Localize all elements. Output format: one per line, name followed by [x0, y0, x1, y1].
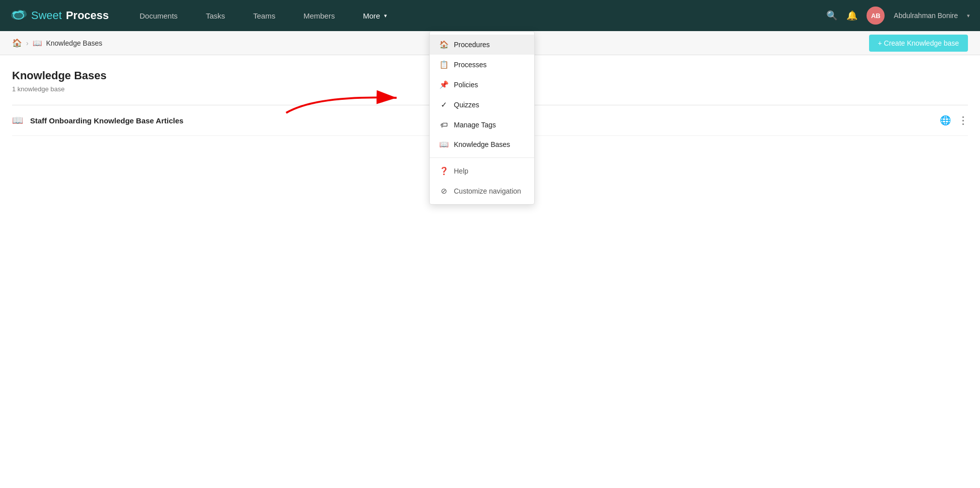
- home-breadcrumb-icon[interactable]: 🏠: [12, 38, 22, 48]
- user-menu-chevron-icon[interactable]: ▾: [967, 13, 970, 19]
- procedures-label: Procedures: [454, 41, 490, 49]
- more-dropdown-menu: 🏠 Procedures 📋 Processes 📌 Policies ✓ Qu…: [429, 31, 535, 150]
- breadcrumb-knowledge-bases: Knowledge Bases: [46, 39, 102, 47]
- nav-tasks[interactable]: Tasks: [192, 0, 239, 31]
- top-navigation: SweetProcess Documents Tasks Teams Membe…: [0, 0, 980, 31]
- create-knowledge-base-button[interactable]: + Create Knowledge base: [869, 35, 968, 52]
- manage-tags-label: Manage Tags: [454, 121, 496, 129]
- nav-links: Documents Tasks Teams Members More ▾: [126, 0, 826, 31]
- nav-members[interactable]: Members: [289, 0, 349, 31]
- search-button[interactable]: 🔍: [826, 10, 837, 21]
- nav-documents[interactable]: Documents: [126, 0, 192, 31]
- dropdown-quizzes[interactable]: ✓ Quizzes: [430, 95, 534, 115]
- manage-tags-icon: 🏷: [439, 120, 449, 129]
- bell-icon: 🔔: [846, 10, 858, 21]
- procedures-icon: 🏠: [439, 40, 449, 49]
- policies-icon: 📌: [439, 80, 449, 89]
- nav-more[interactable]: More ▾: [349, 0, 401, 31]
- notifications-button[interactable]: 🔔: [846, 10, 858, 21]
- dropdown-processes[interactable]: 📋 Processes: [430, 55, 534, 75]
- breadcrumb: 🏠 › 📖 Knowledge Bases: [12, 38, 102, 48]
- processes-label: Processes: [454, 61, 486, 69]
- logo-icon: [10, 9, 27, 23]
- dropdown-manage-tags[interactable]: 🏷 Manage Tags: [430, 115, 534, 134]
- logo-sweet-text: Sweet: [31, 9, 62, 22]
- more-chevron-icon: ▾: [384, 13, 387, 19]
- kb-item-icon: 📖: [12, 115, 24, 126]
- processes-icon: 📋: [439, 60, 449, 69]
- dropdown-knowledge-bases[interactable]: 📖 Knowledge Bases: [430, 134, 534, 150]
- kb-row-actions: 🌐 ⋮: [940, 114, 968, 126]
- globe-icon[interactable]: 🌐: [940, 115, 951, 126]
- breadcrumb-separator: ›: [26, 39, 29, 47]
- quizzes-label: Quizzes: [454, 101, 479, 109]
- user-name[interactable]: Abdulrahman Bonire: [894, 12, 958, 20]
- quizzes-icon: ✓: [439, 100, 449, 109]
- logo-process-text: Process: [66, 9, 109, 22]
- app-logo[interactable]: SweetProcess: [10, 9, 110, 23]
- user-avatar[interactable]: AB: [867, 7, 885, 25]
- dropdown-policies[interactable]: 📌 Policies: [430, 75, 534, 95]
- knowledge-bases-breadcrumb-icon: 📖: [33, 39, 42, 48]
- policies-label: Policies: [454, 81, 478, 89]
- nav-teams[interactable]: Teams: [239, 0, 289, 31]
- knowledge-bases-label: Knowledge Bases: [454, 140, 510, 148]
- knowledge-bases-icon: 📖: [439, 140, 449, 149]
- more-options-icon[interactable]: ⋮: [958, 114, 968, 126]
- nav-right-section: 🔍 🔔 AB Abdulrahman Bonire ▾: [826, 7, 970, 25]
- search-icon: 🔍: [826, 10, 837, 21]
- dropdown-procedures[interactable]: 🏠 Procedures: [430, 35, 534, 55]
